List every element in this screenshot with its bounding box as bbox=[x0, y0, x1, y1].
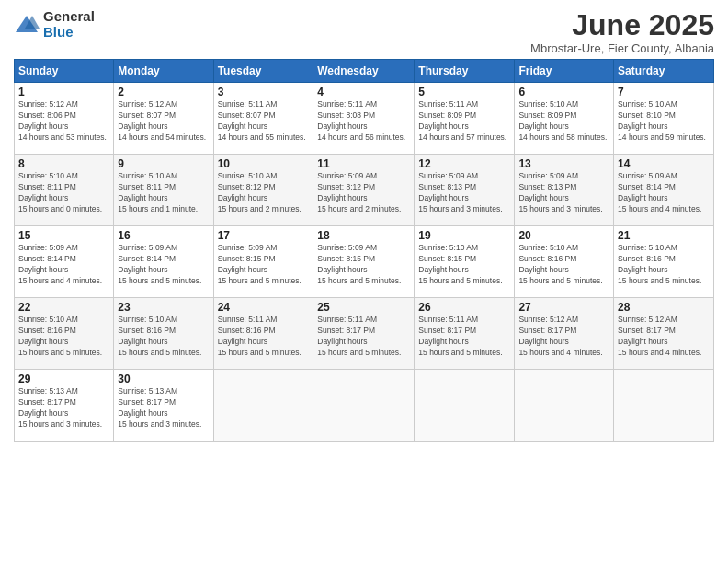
day-info: Sunrise: 5:11 AMSunset: 8:08 PMDaylight … bbox=[317, 99, 405, 142]
calendar-cell: 12Sunrise: 5:09 AMSunset: 8:13 PMDayligh… bbox=[415, 155, 515, 226]
calendar-cell bbox=[415, 370, 515, 442]
day-info: Sunrise: 5:10 AMSunset: 8:16 PMDaylight … bbox=[518, 243, 602, 285]
calendar-cell: 17Sunrise: 5:09 AMSunset: 8:15 PMDayligh… bbox=[213, 226, 313, 298]
calendar-table: Sunday Monday Tuesday Wednesday Thursday… bbox=[14, 59, 714, 442]
day-number: 9 bbox=[118, 157, 209, 170]
day-number: 8 bbox=[18, 157, 109, 170]
calendar-cell: 26Sunrise: 5:11 AMSunset: 8:17 PMDayligh… bbox=[415, 298, 515, 370]
day-info: Sunrise: 5:10 AMSunset: 8:12 PMDaylight … bbox=[218, 171, 301, 213]
day-number: 23 bbox=[118, 301, 209, 314]
day-number: 22 bbox=[18, 301, 109, 314]
logo-general: General bbox=[43, 9, 95, 25]
day-number: 4 bbox=[317, 86, 410, 98]
calendar-cell: 8Sunrise: 5:10 AMSunset: 8:11 PMDaylight… bbox=[15, 155, 114, 226]
calendar-cell: 25Sunrise: 5:11 AMSunset: 8:17 PMDayligh… bbox=[313, 298, 415, 370]
page: General Blue June 2025 Mbrostar-Ure, Fie… bbox=[0, 0, 728, 563]
day-number: 19 bbox=[418, 229, 510, 242]
day-info: Sunrise: 5:11 AMSunset: 8:17 PMDaylight … bbox=[418, 315, 502, 357]
calendar-cell: 24Sunrise: 5:11 AMSunset: 8:16 PMDayligh… bbox=[213, 298, 313, 370]
day-info: Sunrise: 5:09 AMSunset: 8:13 PMDaylight … bbox=[518, 171, 602, 213]
day-info: Sunrise: 5:09 AMSunset: 8:13 PMDaylight … bbox=[418, 171, 502, 213]
day-info: Sunrise: 5:10 AMSunset: 8:15 PMDaylight … bbox=[418, 243, 502, 285]
col-sunday: Sunday bbox=[15, 60, 114, 83]
calendar-week-2: 8Sunrise: 5:10 AMSunset: 8:11 PMDaylight… bbox=[15, 155, 714, 226]
day-info: Sunrise: 5:13 AMSunset: 8:17 PMDaylight … bbox=[18, 386, 102, 429]
day-info: Sunrise: 5:11 AMSunset: 8:16 PMDaylight … bbox=[218, 315, 301, 357]
day-number: 28 bbox=[618, 301, 710, 314]
day-info: Sunrise: 5:12 AMSunset: 8:17 PMDaylight … bbox=[518, 315, 602, 357]
day-info: Sunrise: 5:09 AMSunset: 8:15 PMDaylight … bbox=[218, 243, 301, 285]
day-info: Sunrise: 5:13 AMSunset: 8:17 PMDaylight … bbox=[118, 386, 201, 429]
col-tuesday: Tuesday bbox=[213, 60, 313, 83]
day-info: Sunrise: 5:09 AMSunset: 8:14 PMDaylight … bbox=[18, 243, 102, 285]
calendar-week-1: 1Sunrise: 5:12 AMSunset: 8:06 PMDaylight… bbox=[15, 83, 714, 155]
calendar-cell: 29Sunrise: 5:13 AMSunset: 8:17 PMDayligh… bbox=[15, 370, 114, 442]
calendar-cell: 13Sunrise: 5:09 AMSunset: 8:13 PMDayligh… bbox=[515, 155, 614, 226]
day-number: 7 bbox=[618, 86, 710, 98]
logo-blue: Blue bbox=[43, 25, 95, 40]
day-info: Sunrise: 5:12 AMSunset: 8:07 PMDaylight … bbox=[118, 99, 206, 142]
col-friday: Friday bbox=[515, 60, 614, 83]
day-info: Sunrise: 5:10 AMSunset: 8:11 PMDaylight … bbox=[18, 171, 102, 213]
header-row: Sunday Monday Tuesday Wednesday Thursday… bbox=[15, 60, 714, 83]
day-number: 6 bbox=[518, 86, 609, 98]
calendar-cell: 19Sunrise: 5:10 AMSunset: 8:15 PMDayligh… bbox=[415, 226, 515, 298]
calendar-cell: 21Sunrise: 5:10 AMSunset: 8:16 PMDayligh… bbox=[614, 226, 714, 298]
day-info: Sunrise: 5:11 AMSunset: 8:09 PMDaylight … bbox=[418, 99, 506, 142]
calendar-cell bbox=[213, 370, 313, 442]
calendar-week-3: 15Sunrise: 5:09 AMSunset: 8:14 PMDayligh… bbox=[15, 226, 714, 298]
day-number: 18 bbox=[317, 229, 410, 242]
day-number: 2 bbox=[118, 86, 209, 98]
day-number: 16 bbox=[118, 229, 209, 242]
day-number: 13 bbox=[518, 157, 609, 170]
logo: General Blue bbox=[14, 9, 95, 40]
calendar-cell: 20Sunrise: 5:10 AMSunset: 8:16 PMDayligh… bbox=[515, 226, 614, 298]
calendar-cell bbox=[614, 370, 714, 442]
calendar-cell: 2Sunrise: 5:12 AMSunset: 8:07 PMDaylight… bbox=[114, 83, 213, 155]
calendar-week-5: 29Sunrise: 5:13 AMSunset: 8:17 PMDayligh… bbox=[15, 370, 714, 442]
day-info: Sunrise: 5:09 AMSunset: 8:14 PMDaylight … bbox=[118, 243, 201, 285]
title-block: June 2025 Mbrostar-Ure, Fier County, Alb… bbox=[530, 9, 714, 55]
day-info: Sunrise: 5:12 AMSunset: 8:06 PMDaylight … bbox=[18, 99, 107, 142]
calendar-cell: 3Sunrise: 5:11 AMSunset: 8:07 PMDaylight… bbox=[213, 83, 313, 155]
calendar-cell: 14Sunrise: 5:09 AMSunset: 8:14 PMDayligh… bbox=[614, 155, 714, 226]
day-number: 20 bbox=[518, 229, 609, 242]
day-number: 24 bbox=[218, 301, 310, 314]
day-number: 3 bbox=[218, 86, 310, 98]
day-number: 21 bbox=[618, 229, 710, 242]
day-number: 29 bbox=[18, 373, 109, 385]
calendar-cell: 6Sunrise: 5:10 AMSunset: 8:09 PMDaylight… bbox=[515, 83, 614, 155]
day-number: 10 bbox=[218, 157, 310, 170]
calendar-cell bbox=[313, 370, 415, 442]
header: General Blue June 2025 Mbrostar-Ure, Fie… bbox=[14, 9, 714, 55]
day-number: 15 bbox=[18, 229, 109, 242]
calendar-cell: 28Sunrise: 5:12 AMSunset: 8:17 PMDayligh… bbox=[614, 298, 714, 370]
day-number: 5 bbox=[418, 86, 510, 98]
calendar-title: June 2025 bbox=[530, 9, 714, 41]
day-info: Sunrise: 5:11 AMSunset: 8:17 PMDaylight … bbox=[317, 315, 401, 357]
calendar-cell: 23Sunrise: 5:10 AMSunset: 8:16 PMDayligh… bbox=[114, 298, 213, 370]
day-number: 17 bbox=[218, 229, 310, 242]
calendar-cell: 18Sunrise: 5:09 AMSunset: 8:15 PMDayligh… bbox=[313, 226, 415, 298]
day-info: Sunrise: 5:10 AMSunset: 8:16 PMDaylight … bbox=[618, 243, 701, 285]
calendar-cell bbox=[515, 370, 614, 442]
calendar-cell: 22Sunrise: 5:10 AMSunset: 8:16 PMDayligh… bbox=[15, 298, 114, 370]
logo-icon bbox=[14, 12, 40, 38]
col-thursday: Thursday bbox=[415, 60, 515, 83]
calendar-cell: 1Sunrise: 5:12 AMSunset: 8:06 PMDaylight… bbox=[15, 83, 114, 155]
day-info: Sunrise: 5:09 AMSunset: 8:15 PMDaylight … bbox=[317, 243, 401, 285]
calendar-cell: 30Sunrise: 5:13 AMSunset: 8:17 PMDayligh… bbox=[114, 370, 213, 442]
calendar-cell: 4Sunrise: 5:11 AMSunset: 8:08 PMDaylight… bbox=[313, 83, 415, 155]
calendar-cell: 27Sunrise: 5:12 AMSunset: 8:17 PMDayligh… bbox=[515, 298, 614, 370]
day-number: 26 bbox=[418, 301, 510, 314]
day-number: 12 bbox=[418, 157, 510, 170]
day-info: Sunrise: 5:10 AMSunset: 8:09 PMDaylight … bbox=[518, 99, 607, 142]
calendar-subtitle: Mbrostar-Ure, Fier County, Albania bbox=[530, 41, 714, 55]
day-info: Sunrise: 5:10 AMSunset: 8:16 PMDaylight … bbox=[118, 315, 201, 357]
day-info: Sunrise: 5:10 AMSunset: 8:16 PMDaylight … bbox=[18, 315, 102, 357]
calendar-cell: 16Sunrise: 5:09 AMSunset: 8:14 PMDayligh… bbox=[114, 226, 213, 298]
calendar-cell: 7Sunrise: 5:10 AMSunset: 8:10 PMDaylight… bbox=[614, 83, 714, 155]
calendar-cell: 11Sunrise: 5:09 AMSunset: 8:12 PMDayligh… bbox=[313, 155, 415, 226]
day-info: Sunrise: 5:12 AMSunset: 8:17 PMDaylight … bbox=[618, 315, 701, 357]
day-info: Sunrise: 5:10 AMSunset: 8:11 PMDaylight … bbox=[118, 171, 198, 213]
